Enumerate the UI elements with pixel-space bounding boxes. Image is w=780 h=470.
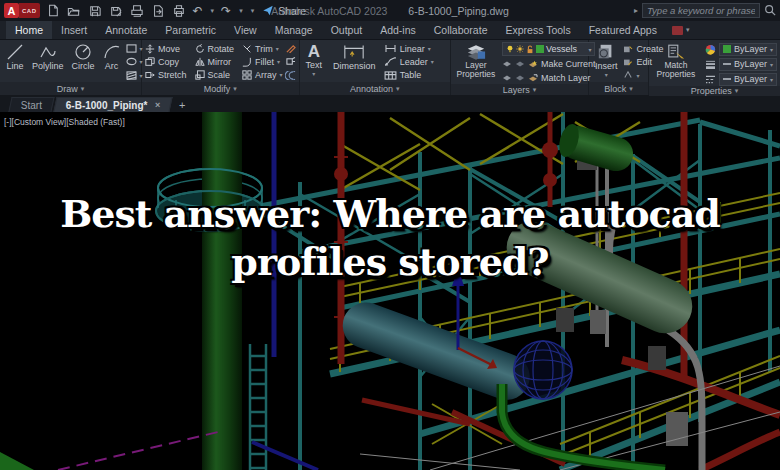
ribbon-overflow-button[interactable]: ▾ [666,21,696,39]
table-button[interactable]: Table [384,69,434,82]
move-button[interactable]: Move [145,42,187,55]
viewport-controls[interactable]: [-][Custom View][Shaded (Fast)] [4,117,125,127]
linetype-control[interactable]: ByLayer▾ [705,72,777,86]
match-properties-button[interactable]: Match Properties [652,42,700,86]
circle-button[interactable]: Circle [69,42,98,82]
line-icon [6,43,24,61]
offset-button[interactable] [285,69,296,82]
tab-home[interactable]: Home [6,21,52,39]
customize-qat-button[interactable]: ▾ [251,7,255,15]
scale-icon [195,70,205,80]
rotate-button[interactable]: Rotate [195,42,235,55]
trim-button[interactable]: Trim▾ [242,42,283,55]
panel-annotation: A Text ▾ Dimension Linear▾ Leader▾ Table… [300,40,451,95]
layer-properties-button[interactable]: Layer Properties [454,42,498,84]
dimension-icon [343,43,365,61]
object-color-control[interactable]: ByLayer▾ [705,42,777,56]
search-icon [764,4,776,16]
search-input[interactable]: Type a keyword or phrase [642,3,760,18]
layers-panel-footer[interactable]: Layers [451,84,588,95]
tab-annotate[interactable]: Annotate [96,21,156,39]
undo-button[interactable]: ↶ [193,5,203,17]
plot-button[interactable] [130,4,144,18]
draw-panel-footer[interactable]: Draw [0,82,141,95]
scale-button[interactable]: Scale [195,68,235,81]
modify-panel-footer[interactable]: Modify [142,82,299,95]
printer-icon [173,5,185,17]
layer-color-swatch [536,45,544,53]
file-tab-document[interactable]: 6-B-1000_Piping* × [54,97,173,112]
save-icon [89,5,101,17]
open-file-button[interactable] [67,4,81,18]
layer-on-bulb-icon [506,45,514,53]
mirror-button[interactable]: Mirror [195,55,235,68]
insert-block-button[interactable]: Insert ▾ [592,42,621,82]
panel-properties: Match Properties ByLayer▾ ByLayer▾ ByLay… [649,40,780,95]
dimension-button[interactable]: Dimension [330,42,379,82]
document-name: 6-B-1000_Piping.dwg [408,5,508,17]
attributes-icon [623,71,633,79]
print-button[interactable] [172,4,186,18]
erase-button[interactable] [285,42,296,55]
redo-button[interactable]: ↷ [221,5,231,17]
overflow-caret-icon: ▾ [686,26,690,34]
stretch-button[interactable]: Stretch [145,68,187,81]
undo-dropdown-icon[interactable]: ▾ [211,7,215,15]
make-current-button[interactable]: Make Current [502,57,596,70]
annotation-panel-footer[interactable]: Annotation [300,82,450,95]
leader-button[interactable]: Leader▾ [384,55,434,68]
search-history-arrow-icon[interactable]: ▸ [634,6,638,15]
color-wheel-icon [705,44,716,55]
insert-block-icon [597,43,615,61]
new-tab-button[interactable]: + [173,97,191,112]
fillet-button[interactable]: Fillet▾ [242,55,283,68]
linear-dropdown-icon: ▾ [428,45,431,52]
file-tab-start[interactable]: Start [8,97,54,112]
rectangle-icon [126,44,137,53]
block-panel-footer[interactable]: Block [589,82,648,95]
rectangle-tool-button[interactable]: ▾ [126,42,143,55]
search-button[interactable] [764,4,776,18]
line-button[interactable]: Line [3,42,27,82]
hatch-tool-button[interactable]: ▾ [126,69,143,82]
close-tab-icon[interactable]: × [155,100,160,110]
drawing-viewport[interactable]: [-][Custom View][Shaded (Fast)] [0,112,780,470]
share-button[interactable]: Share [262,5,306,17]
color-dropdown-icon: ▾ [770,46,773,53]
tab-express-tools[interactable]: Express Tools [496,21,579,39]
ellipse-tool-button[interactable]: ▾ [126,55,143,68]
explode-button[interactable] [285,55,296,68]
properties-panel-footer[interactable]: Properties [649,86,780,96]
dark-overlay [0,112,780,470]
export-button[interactable] [151,4,165,18]
tab-add-ins[interactable]: Add-ins [371,21,425,39]
layer-dropdown[interactable]: Vessels ▾ [502,42,596,56]
copy-button[interactable]: Copy [145,55,187,68]
text-button[interactable]: A Text ▾ [303,42,326,82]
arc-button[interactable]: Arc [100,42,124,82]
rotate-icon [195,44,205,54]
match-properties-icon [667,43,685,60]
tab-featured-apps[interactable]: Featured Apps [580,21,666,39]
tab-view[interactable]: View [225,21,266,39]
tab-insert[interactable]: Insert [52,21,96,39]
polyline-button[interactable]: Polyline [29,42,67,82]
drawing-canvas[interactable] [0,112,780,470]
array-button[interactable]: Array▾ [242,68,283,81]
redo-dropdown-icon[interactable]: ▾ [239,7,243,15]
lineweight-control[interactable]: ByLayer▾ [705,57,777,71]
plot-icon [131,5,143,17]
tab-output[interactable]: Output [322,21,372,39]
new-file-button[interactable] [46,4,60,18]
match-layer-button[interactable]: Match Layer [502,71,596,84]
linear-dimension-button[interactable]: Linear▾ [384,42,434,55]
autocad-logo-icon: A [4,3,19,18]
app-menu-button[interactable]: A CAD [4,3,40,18]
save-button[interactable] [88,4,102,18]
tab-collaborate[interactable]: Collaborate [425,21,497,39]
quick-access-toolbar: ↶▾ ↷▾ ▾ [46,4,255,18]
tab-parametric[interactable]: Parametric [156,21,225,39]
circle-icon [74,43,92,61]
tab-manage[interactable]: Manage [266,21,322,39]
save-as-button[interactable] [109,4,123,18]
